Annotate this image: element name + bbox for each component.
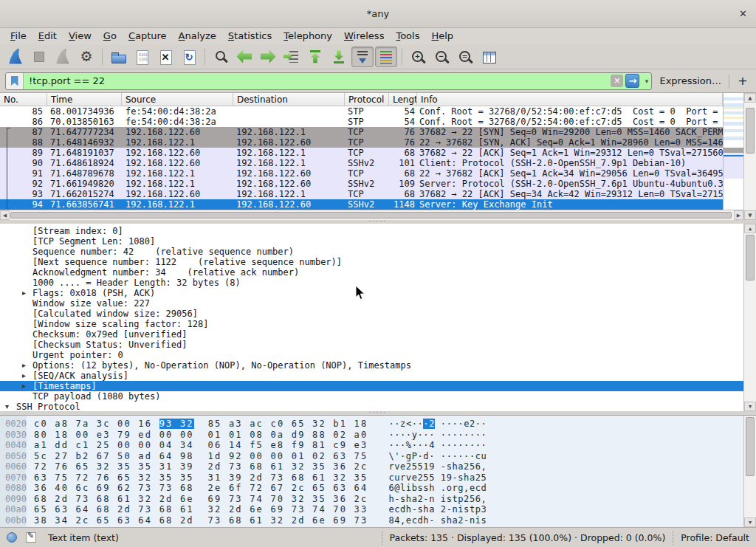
column-header-source[interactable]: Source [122,93,233,106]
bytes-vscrollbar[interactable]: ▼ [743,416,756,527]
detail-line[interactable]: Checksum: 0x79ed [unverified] [0,329,756,340]
hex-row[interactable]: 006072 76 65 32 35 35 31 39 2d 73 68 61 … [0,461,756,472]
close-file-button[interactable] [154,47,176,67]
packet-row-88[interactable]: 8871.648146932192.168.122.1192.168.122.6… [0,137,723,148]
menu-statistics[interactable]: Statistics [222,29,278,44]
hex-row[interactable]: 008036 40 6c 69 62 73 73 68 2e 6f 72 67 … [0,483,756,494]
auto-scroll-button[interactable] [351,47,374,67]
detail-line[interactable]: ▸Options: (12 bytes), No-Operation (NOP)… [0,360,756,371]
add-filter-button[interactable]: + [735,73,751,89]
open-file-button[interactable] [107,47,129,67]
scroll-right-icon[interactable]: ▶ [734,210,743,220]
hscroll-thumb[interactable] [10,212,732,219]
filter-input[interactable]: !tcp.port == 22 [24,75,611,86]
apply-filter-button[interactable]: → [625,74,639,88]
capture-options-button[interactable] [75,47,97,67]
close-button[interactable]: ✕ [739,0,747,28]
detail-line[interactable]: [Checksum Status: Unverified] [0,340,756,350]
detail-line[interactable]: Urgent pointer: 0 [0,350,756,360]
detail-line[interactable]: [TCP Segment Len: 1080] [0,236,756,247]
hex-row[interactable]: 003080 18 00 e3 79 ed 00 00 01 01 08 0a … [0,430,756,441]
packet-row-87[interactable]: 8771.647777234192.168.122.60192.168.122.… [0,127,723,137]
filter-dropdown-icon[interactable]: ▾ [642,78,651,85]
go-first-button[interactable] [304,47,326,67]
packet-row-86[interactable]: 8670.013850163fe:54:00:d4:38:2aSTP54Conf… [0,117,723,127]
go-last-button[interactable] [328,47,350,67]
go-forward-button[interactable] [257,47,279,67]
profile-status[interactable]: Profile: Default [673,531,749,545]
detail-line[interactable]: Window size value: 227 [0,298,756,309]
hex-row[interactable]: 0040a1 dd c1 25 00 00 04 34 06 14 f5 e8 … [0,440,756,451]
hex-row[interactable]: 00505c 27 b2 67 50 ad 64 98 1d 92 00 00 … [0,451,756,462]
packet-row-91[interactable]: 9171.648789678192.168.122.1192.168.122.6… [0,168,723,179]
details-vscrollbar[interactable]: ▲ ▼ [743,224,756,411]
detail-line[interactable]: [Window size scaling factor: 128] [0,319,756,329]
column-header-no[interactable]: No. [0,93,47,106]
packet-row-90[interactable]: 9071.648618924192.168.122.60192.168.122.… [0,158,723,168]
reload-file-button[interactable] [178,47,200,67]
details-scroll-up-icon[interactable]: ▲ [744,224,756,233]
detail-line[interactable]: ▸[SEQ/ACK analysis] [0,371,756,381]
colorize-button[interactable] [375,47,397,67]
detail-line[interactable]: [Stream index: 0] [0,226,756,236]
scroll-down-icon[interactable]: ▼ [744,210,756,220]
go-to-packet-button[interactable] [281,47,303,67]
detail-line[interactable]: ▸[Timestamps] [0,381,756,391]
menu-telephony[interactable]: Telephony [278,29,338,44]
find-packet-button[interactable] [210,47,232,67]
column-header-destination[interactable]: Destination [233,93,345,106]
expression-button[interactable]: Expression… [657,75,724,86]
menu-file[interactable]: File [4,29,32,44]
menu-help[interactable]: Help [425,29,459,44]
menu-analyze[interactable]: Analyze [173,29,222,44]
detail-line[interactable]: Sequence number: 42 (relative sequence n… [0,247,756,257]
stop-capture-button[interactable] [28,47,50,67]
zoom-in-button[interactable] [407,47,429,67]
bytes-vscroll-thumb[interactable] [746,417,755,476]
menu-tools[interactable]: Tools [390,29,425,44]
hex-row[interactable]: 0020c0 a8 7a 3c 00 16 93 32 85 a3 ac c0 … [0,419,756,430]
detail-line[interactable]: [Calculated window size: 29056] [0,309,756,319]
restart-capture-button[interactable] [52,47,74,67]
packet-row-89[interactable]: 8971.648191037192.168.122.60192.168.122.… [0,148,723,158]
details-scroll-down-icon[interactable]: ▼ [744,402,756,411]
column-header-protocol[interactable]: Protocol [345,93,389,106]
menu-view[interactable]: View [63,29,97,44]
detail-line[interactable]: ▾SSH Protocol [0,402,756,411]
detail-line[interactable]: [Next sequence number: 1122 (relative se… [0,257,756,267]
clear-filter-button[interactable]: ✕ [611,75,623,87]
scroll-left-icon[interactable]: ◀ [0,210,10,220]
column-header-time[interactable]: Time [47,93,122,106]
detail-line[interactable]: 1000 .... = Header Length: 32 bytes (8) [0,278,756,288]
hex-row[interactable]: 007063 75 72 76 65 32 35 35 31 39 2d 73 … [0,472,756,484]
packet-row-85[interactable]: 8568.001734936fe:54:00:d4:38:2aSTP54Conf… [0,106,723,117]
scroll-up-icon[interactable]: ▲ [744,93,756,103]
capture-comment-icon[interactable] [26,532,36,543]
expert-info-icon[interactable] [7,532,17,543]
resize-columns-button[interactable] [478,47,500,67]
detail-line[interactable]: ▸Flags: 0x018 (PSH, ACK) [0,288,756,298]
packet-list-hscrollbar[interactable]: ◀ ▶ [0,210,743,220]
go-back-button[interactable] [233,47,255,67]
save-file-button[interactable] [131,47,153,67]
packet-row-93[interactable]: 9371.662015274192.168.122.60192.168.122.… [0,189,723,199]
packet-list-vscrollbar[interactable]: ▲ ▼ [743,93,756,220]
menu-capture[interactable]: Capture [123,29,173,44]
vscroll-thumb[interactable] [746,108,755,154]
menu-go[interactable]: Go [97,29,123,44]
packet-row-92[interactable]: 9271.661949820192.168.122.1192.168.122.6… [0,179,723,189]
display-filter-box[interactable]: !tcp.port == 22 ✕ → ▾ [5,72,652,90]
menu-edit[interactable]: Edit [32,29,63,44]
hex-row[interactable]: 00b038 34 2c 65 63 64 68 2d 73 68 61 32 … [0,515,756,526]
menu-wireless[interactable]: Wireless [338,29,390,44]
hex-row[interactable]: 009068 2d 73 68 61 32 2d 6e 69 73 74 70 … [0,494,756,505]
zoom-out-button[interactable] [430,47,453,67]
column-header-info[interactable]: Info [417,93,723,106]
detail-line[interactable]: Acknowledgment number: 34 (relative ack … [0,267,756,278]
column-header-length[interactable]: Length [389,93,417,106]
bytes-scroll-down-icon[interactable]: ▼ [744,517,756,527]
intelligent-scrollbar[interactable] [723,93,743,210]
details-vscroll-thumb[interactable] [746,235,755,281]
start-capture-button[interactable] [4,47,27,67]
hex-row[interactable]: 00a065 63 64 68 2d 73 68 61 32 2d 6e 69 … [0,504,756,515]
